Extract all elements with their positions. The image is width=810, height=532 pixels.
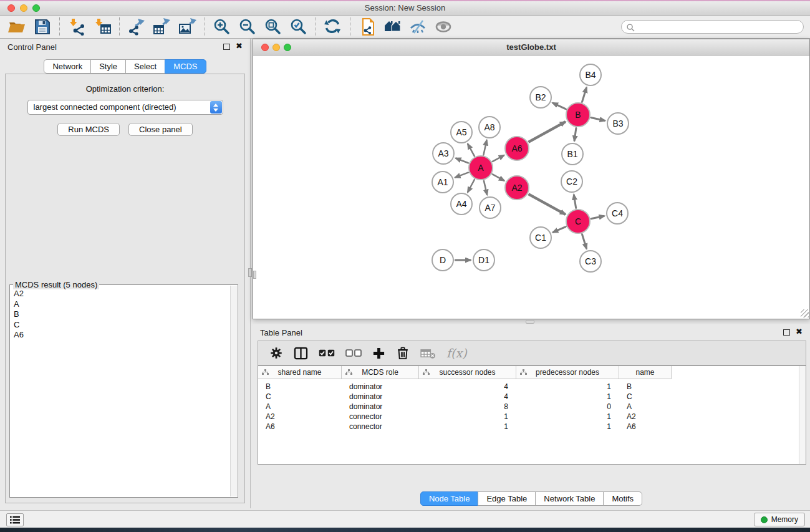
column-header-mcds-role[interactable]: MCDS role — [342, 366, 419, 379]
cell-name[interactable]: A6 — [619, 422, 672, 432]
graph-edge-B-B4[interactable] — [582, 87, 586, 102]
tab-network-table[interactable]: Network Table — [535, 491, 604, 506]
cell-name[interactable]: C — [619, 392, 672, 402]
export-table-button[interactable] — [151, 17, 173, 36]
graph-edge-A-A2[interactable] — [492, 174, 504, 181]
graph-node-B2[interactable]: B2 — [530, 87, 551, 108]
cell-predecessor-nodes[interactable]: 1 — [516, 412, 619, 422]
import-network-button[interactable] — [65, 17, 88, 36]
cell-shared-name[interactable]: B — [258, 382, 342, 392]
cell-predecessor-nodes[interactable]: 1 — [516, 422, 619, 432]
graph-edge-A6-B[interactable] — [528, 122, 566, 142]
tab-select[interactable]: Select — [125, 59, 165, 74]
panel-splitter-handle[interactable] — [248, 268, 252, 277]
result-item[interactable]: C — [14, 320, 229, 331]
tab-motifs[interactable]: Motifs — [603, 491, 642, 506]
cell-mcds-role[interactable]: dominator — [342, 392, 419, 402]
table-row[interactable]: A6connector11A6 — [258, 422, 806, 432]
table-row[interactable]: Adominator80A — [258, 402, 806, 412]
task-history-button[interactable] — [6, 513, 24, 526]
refresh-network-button[interactable] — [322, 17, 344, 36]
result-item[interactable]: B — [14, 309, 229, 320]
show-details-button[interactable] — [433, 17, 455, 36]
table-row[interactable]: Cdominator41C — [258, 392, 806, 402]
tab-style[interactable]: Style — [90, 59, 126, 74]
graph-edge-A2-C[interactable] — [528, 194, 566, 215]
tab-edge-table[interactable]: Edge Table — [478, 491, 536, 506]
cell-predecessor-nodes[interactable]: 1 — [516, 392, 619, 402]
graph-edge-C-C4[interactable] — [591, 216, 605, 219]
graph-edge-A-A1[interactable] — [455, 172, 469, 177]
delete-columns-button[interactable] — [396, 346, 410, 360]
graph-node-C4[interactable]: C4 — [607, 203, 628, 224]
select-all-columns-button[interactable] — [319, 349, 335, 357]
cell-predecessor-nodes[interactable]: 0 — [516, 402, 619, 412]
graph-edge-B-B2[interactable] — [552, 103, 566, 109]
graph-node-D[interactable]: D — [432, 249, 453, 271]
graph-node-C1[interactable]: C1 — [530, 227, 551, 248]
column-header-name[interactable]: name — [619, 366, 672, 379]
cell-shared-name[interactable]: A — [258, 402, 342, 412]
graph-node-A2[interactable]: A2 — [505, 176, 529, 200]
view-table-splitter-handle[interactable] — [526, 320, 534, 324]
result-item[interactable]: A2 — [14, 289, 229, 299]
zoom-selected-button[interactable] — [287, 17, 310, 36]
memory-button[interactable]: Memory — [754, 513, 805, 526]
graph-edge-A-A7[interactable] — [484, 180, 487, 195]
graph-node-A3[interactable]: A3 — [433, 143, 454, 164]
network-minimize-button[interactable] — [272, 44, 280, 51]
cell-successor-nodes[interactable]: 4 — [419, 392, 516, 402]
graph-node-A5[interactable]: A5 — [451, 122, 472, 143]
graph-node-C[interactable]: C — [566, 210, 590, 233]
graph-edge-B-B3[interactable] — [591, 118, 605, 121]
run-mcds-button[interactable]: Run MCDS — [57, 123, 120, 136]
graph-edge-A-A5[interactable] — [468, 143, 475, 156]
cell-name[interactable]: B — [619, 382, 672, 392]
column-header-shared-name[interactable]: shared name — [258, 366, 342, 379]
close-window-button[interactable] — [7, 4, 15, 12]
table-close-panel-icon[interactable]: ✖ — [796, 327, 803, 336]
graph-edge-A-A4[interactable] — [468, 180, 475, 193]
cell-mcds-role[interactable]: connector — [342, 412, 419, 422]
cell-mcds-role[interactable]: dominator — [342, 402, 419, 412]
graph-node-A1[interactable]: A1 — [432, 172, 453, 193]
zoom-in-button[interactable] — [211, 17, 233, 36]
cell-predecessor-nodes[interactable]: 1 — [516, 382, 619, 392]
graph-node-B[interactable]: B — [566, 103, 590, 127]
graph-node-A6[interactable]: A6 — [505, 137, 529, 160]
zoom-window-button[interactable] — [32, 4, 40, 12]
cell-name[interactable]: A — [619, 402, 672, 412]
save-session-button[interactable] — [31, 17, 54, 36]
table-row[interactable]: Bdominator41B — [258, 382, 806, 392]
window-resize-grip[interactable] — [801, 309, 809, 317]
graph-edge-A-A8[interactable] — [483, 140, 486, 155]
column-header-predecessor-nodes[interactable]: predecessor nodes — [516, 366, 619, 379]
export-image-button[interactable] — [176, 17, 199, 36]
graph-node-B4[interactable]: B4 — [580, 64, 601, 85]
split-columns-button[interactable] — [294, 347, 308, 360]
open-network-file-button[interactable] — [356, 17, 378, 36]
graph-node-A4[interactable]: A4 — [451, 193, 472, 215]
cell-successor-nodes[interactable]: 1 — [419, 422, 516, 432]
graph-edge-A-A6[interactable] — [493, 155, 504, 162]
network-canvas[interactable]: AA1A2A3A4A5A6A7A8BB1B2B3B4CC1C2C3C4DD1 — [253, 56, 809, 318]
tab-mcds[interactable]: MCDS — [165, 59, 206, 74]
result-scrollbar[interactable] — [230, 286, 237, 496]
column-header-successor-nodes[interactable]: successor nodes — [419, 366, 516, 379]
close-panel-icon[interactable]: ✖ — [236, 41, 243, 51]
float-panel-icon[interactable] — [223, 44, 230, 50]
graph-edge-C-C3[interactable] — [582, 234, 586, 249]
graph-edge-C-C1[interactable] — [552, 226, 566, 232]
cell-shared-name[interactable]: C — [258, 392, 342, 402]
tab-network[interactable]: Network — [44, 59, 91, 74]
graph-node-A8[interactable]: A8 — [479, 117, 500, 138]
table-scrollbar[interactable] — [799, 366, 806, 464]
show-networks-button[interactable] — [382, 17, 404, 36]
graph-edge-C-C2[interactable] — [574, 195, 576, 209]
result-item[interactable]: A6 — [14, 330, 229, 341]
zoom-fit-button[interactable] — [262, 17, 284, 36]
minimize-window-button[interactable] — [20, 4, 27, 12]
graph-node-B3[interactable]: B3 — [607, 113, 629, 134]
graph-node-D1[interactable]: D1 — [473, 249, 494, 271]
graph-node-C2[interactable]: C2 — [561, 171, 582, 192]
